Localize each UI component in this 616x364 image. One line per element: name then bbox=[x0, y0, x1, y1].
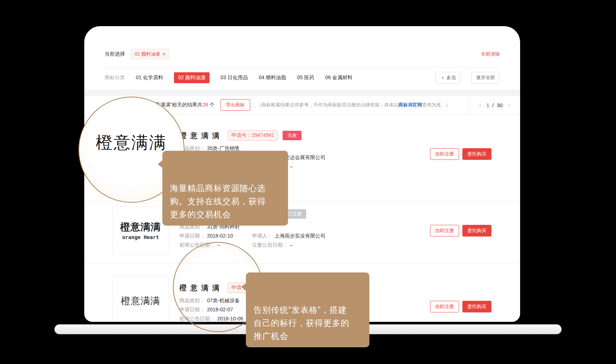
trademark-name: 橙意满满 bbox=[179, 131, 223, 141]
self-register-button[interactable]: 自助注册 bbox=[430, 148, 459, 160]
category-value: 35类-广告销售 bbox=[207, 146, 240, 151]
disclaimer-post: 查询为准。） bbox=[422, 102, 450, 108]
tooltip-arrow-icon bbox=[158, 160, 163, 168]
expand-all-button[interactable]: 展开全部 bbox=[471, 72, 500, 84]
row-actions: 自助注册 委托购买 bbox=[430, 225, 491, 236]
result-count-number: 28 bbox=[202, 102, 208, 108]
filter-section: 当前选择 02 颜料油漆 × 全部清除 商标分类 01 化学原料 02 颜料油漆… bbox=[84, 26, 520, 85]
entrust-purchase-button[interactable]: 委托购买 bbox=[462, 301, 491, 312]
page-separator: / bbox=[492, 102, 494, 108]
apply-date-label: 申请日期： bbox=[179, 307, 205, 312]
selected-filter-tag-label: 02 颜料油漆 bbox=[135, 51, 160, 57]
category-bar-label: 商标分类 bbox=[105, 74, 125, 81]
tooltip-arrow-icon bbox=[241, 283, 246, 291]
row-actions: 自助注册 委托购买 bbox=[430, 301, 491, 312]
disclaimer-pre: （商标检索结果仅供参考，不作为商标能否注册的法律依据；具体以 bbox=[257, 102, 398, 108]
divider bbox=[105, 67, 500, 68]
category-item-03[interactable]: 03 日化用品 bbox=[220, 74, 248, 81]
current-selection-row: 当前选择 02 颜料油漆 × 全部清除 bbox=[105, 26, 500, 61]
pagination: ‹ 1 / 30 › bbox=[469, 96, 520, 114]
result-count-suffix: 个 bbox=[208, 102, 215, 108]
row-actions: 自助注册 委托购买 bbox=[430, 148, 491, 160]
status-badge: 无效 bbox=[283, 131, 301, 140]
first-trial-value: – bbox=[217, 242, 220, 248]
tooltip-text: 海量精品商标资源随心选 购。支持在线交易，获得 更多的交易机会 bbox=[170, 183, 266, 219]
registration-value: – bbox=[290, 242, 293, 248]
trademark-image[interactable]: 橙意满满 bbox=[113, 275, 169, 322]
apply-date-label: 申请日期： bbox=[179, 233, 205, 239]
magnified-trademark-text: 橙意满满 bbox=[96, 132, 167, 154]
next-page-icon[interactable]: › bbox=[506, 101, 512, 109]
applicant-label: 申请人： bbox=[252, 233, 272, 239]
self-register-button[interactable]: 自助注册 bbox=[430, 301, 459, 312]
self-register-button[interactable]: 自助注册 bbox=[430, 225, 459, 236]
promo-tooltip-promotion: 告别传统“发表格”，搭建 自己的标行，获得更多的 推广机会 bbox=[246, 272, 369, 347]
apply-date-value: 2018-02-07 bbox=[207, 307, 233, 312]
tooltip-text: 告别传统“发表格”，搭建 自己的标行，获得更多的 推广机会 bbox=[254, 305, 349, 341]
close-icon[interactable]: × bbox=[162, 52, 165, 57]
applicant-value: 上海雨步实业有限公司 bbox=[275, 233, 325, 239]
first-trial-value: 2018-10-06 bbox=[217, 316, 243, 321]
multi-select-button[interactable]: ＋ 多选 bbox=[435, 72, 461, 84]
trademark-office-link[interactable]: 商标局官网 bbox=[398, 102, 422, 108]
trademark-image-text: 橙意满满 bbox=[121, 295, 160, 307]
current-page: 1 bbox=[486, 102, 489, 108]
category-label: 商品类别： bbox=[179, 298, 205, 303]
registration-label: 注册公告日期： bbox=[252, 242, 288, 248]
category-item-01[interactable]: 01 化学原料 bbox=[136, 74, 163, 81]
category-item-06[interactable]: 06 金属材料 bbox=[325, 74, 352, 81]
trademark-image-text: 橙意满满 bbox=[120, 221, 161, 234]
export-trademark-button[interactable]: 导出商标 bbox=[220, 99, 250, 111]
category-item-02-active[interactable]: 02 颜料油漆 bbox=[174, 72, 209, 83]
application-number-tag: 申请号：29474941 bbox=[228, 130, 278, 141]
disclaimer-text: （商标检索结果仅供参考，不作为商标能否注册的法律依据；具体以商标局官网查询为准。… bbox=[257, 102, 469, 108]
category-item-05[interactable]: 05 医药 bbox=[297, 74, 314, 81]
registration-value: – bbox=[290, 163, 293, 169]
prev-page-icon[interactable]: ‹ bbox=[477, 101, 483, 109]
category-value: 07类-机械设备 bbox=[207, 298, 240, 303]
category-item-04[interactable]: 04 燃料油脂 bbox=[259, 74, 286, 81]
table-row: 橙意满满 orange Heart 橙意满满 申请号：29482153 已注册 … bbox=[84, 201, 520, 263]
selected-filter-tag[interactable]: 02 颜料油漆 × bbox=[131, 49, 169, 60]
first-trial-label: 初审公告日期： bbox=[179, 316, 215, 321]
section-gap bbox=[84, 89, 520, 96]
page: 当前选择 02 颜料油漆 × 全部清除 商标分类 01 化学原料 02 颜料油漆… bbox=[0, 0, 616, 364]
category-row: 商标分类 01 化学原料 02 颜料油漆 03 日化用品 04 燃料油脂 05 … bbox=[105, 70, 500, 85]
current-selection-label: 当前选择 bbox=[105, 51, 125, 57]
total-pages: 30 bbox=[497, 102, 503, 108]
promo-tooltip-marketplace: 海量精品商标资源随心选 购。支持在线交易，获得 更多的交易机会 bbox=[162, 151, 288, 226]
trademark-name: 橙意满满 bbox=[179, 283, 223, 293]
entrust-purchase-button[interactable]: 委托购买 bbox=[462, 148, 491, 160]
apply-date-value: 2018-02-10 bbox=[207, 233, 233, 239]
trademark-image-subtext: orange Heart bbox=[122, 234, 159, 240]
entrust-purchase-button[interactable]: 委托购买 bbox=[462, 225, 491, 236]
clear-all-button[interactable]: 全部清除 bbox=[481, 51, 500, 57]
trademark-image[interactable]: 橙意满满 orange Heart bbox=[113, 206, 169, 254]
first-trial-label: 初审公告日期： bbox=[179, 242, 215, 248]
